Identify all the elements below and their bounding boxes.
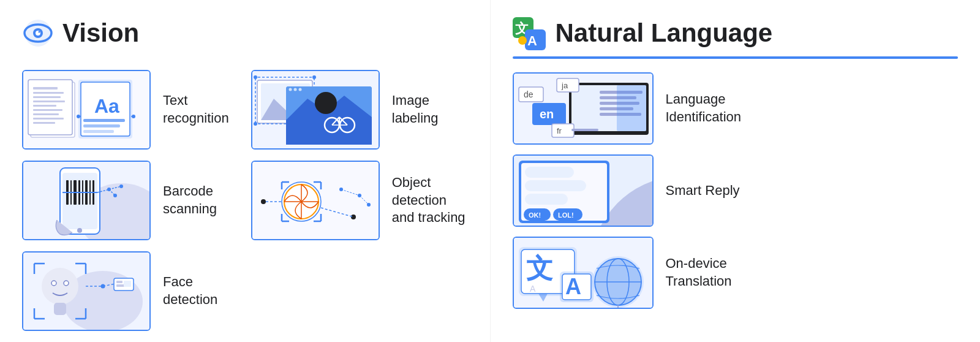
nl-features-grid: de ja en fr LanguageIdentification bbox=[513, 72, 959, 309]
svg-text:fr: fr bbox=[557, 126, 562, 135]
text-recognition-thumb: Aa bbox=[22, 70, 151, 150]
svg-rect-88 bbox=[54, 303, 66, 315]
svg-point-74 bbox=[261, 199, 266, 204]
svg-rect-20 bbox=[83, 119, 125, 122]
svg-text:文: 文 bbox=[526, 253, 553, 283]
text-recognition-label: Textrecognition bbox=[163, 92, 229, 127]
natural-language-section: 文 A Natural Language bbox=[490, 0, 981, 342]
svg-point-48 bbox=[298, 88, 301, 91]
language-identification-thumb: de ja en fr bbox=[513, 72, 654, 145]
on-device-translation-thumb: 文 A A bbox=[513, 237, 654, 309]
svg-point-87 bbox=[64, 281, 69, 286]
nl-title: Natural Language bbox=[556, 18, 773, 48]
svg-rect-96 bbox=[124, 281, 131, 287]
nl-divider bbox=[513, 56, 959, 59]
svg-rect-110 bbox=[617, 85, 646, 131]
feature-object-detection: Objectdetectionand tracking bbox=[251, 161, 468, 240]
image-labeling-thumb bbox=[251, 70, 380, 150]
svg-rect-15 bbox=[33, 118, 64, 120]
feature-face-detection: Facedetection bbox=[22, 251, 239, 331]
language-identification-label: LanguageIdentification bbox=[666, 91, 742, 126]
feature-language-identification: de ja en fr LanguageIdentification bbox=[513, 72, 959, 145]
barcode-scanning-thumb bbox=[22, 161, 151, 240]
svg-point-4 bbox=[39, 31, 40, 33]
svg-rect-11 bbox=[33, 101, 65, 102]
svg-text:Aa: Aa bbox=[94, 95, 119, 117]
vision-features-grid: Aa Textrecognition bbox=[22, 70, 468, 331]
feature-barcode-scanning: Barcodescanning bbox=[22, 161, 239, 240]
vision-title: Vision bbox=[62, 18, 139, 48]
svg-rect-117 bbox=[552, 124, 574, 137]
nl-icon: 文 A bbox=[513, 17, 547, 49]
svg-text:ja: ja bbox=[561, 81, 568, 90]
svg-point-46 bbox=[288, 88, 292, 91]
eye-icon bbox=[22, 17, 54, 49]
object-detection-label: Objectdetectionand tracking bbox=[392, 174, 466, 227]
feature-on-device-translation: 文 A A bbox=[513, 237, 959, 309]
svg-point-101 bbox=[518, 36, 527, 45]
svg-rect-145 bbox=[609, 308, 627, 309]
svg-point-47 bbox=[293, 88, 296, 91]
svg-point-34 bbox=[254, 122, 257, 126]
svg-rect-125 bbox=[525, 194, 568, 205]
barcode-scanning-label: Barcodescanning bbox=[163, 183, 217, 218]
svg-text:OK!: OK! bbox=[529, 211, 541, 219]
feature-image-labeling: Imagelabeling bbox=[251, 70, 468, 150]
svg-rect-123 bbox=[525, 167, 574, 178]
svg-point-62 bbox=[77, 228, 82, 233]
vision-section: Vision bbox=[0, 0, 490, 342]
smart-reply-thumb: OK! LOL! bbox=[513, 154, 654, 227]
svg-point-32 bbox=[254, 75, 257, 79]
svg-rect-124 bbox=[525, 180, 586, 191]
svg-point-85 bbox=[42, 268, 78, 305]
svg-point-86 bbox=[51, 281, 56, 286]
feature-text-recognition: Aa Textrecognition bbox=[22, 70, 239, 150]
svg-rect-9 bbox=[33, 92, 64, 94]
svg-text:LOL!: LOL! bbox=[558, 211, 574, 219]
svg-rect-119 bbox=[571, 129, 598, 131]
svg-rect-8 bbox=[33, 87, 58, 89]
svg-rect-21 bbox=[83, 124, 120, 127]
face-detection-label: Facedetection bbox=[163, 273, 217, 308]
nl-header: 文 A Natural Language bbox=[513, 17, 959, 49]
svg-rect-13 bbox=[33, 109, 62, 111]
svg-text:de: de bbox=[524, 89, 533, 99]
object-detection-thumb bbox=[251, 161, 380, 240]
svg-rect-12 bbox=[33, 105, 56, 107]
smart-reply-label: Smart Reply bbox=[666, 182, 740, 200]
svg-text:A: A bbox=[565, 274, 581, 299]
svg-text:A: A bbox=[527, 33, 537, 48]
svg-rect-10 bbox=[33, 96, 61, 98]
image-labeling-label: Imagelabeling bbox=[392, 92, 439, 127]
svg-text:en: en bbox=[540, 107, 554, 121]
svg-rect-14 bbox=[33, 113, 59, 115]
svg-rect-94 bbox=[116, 281, 123, 283]
on-device-translation-label: On-deviceTranslation bbox=[666, 255, 732, 290]
svg-point-33 bbox=[312, 75, 316, 79]
feature-smart-reply: OK! LOL! Smart Reply bbox=[513, 154, 959, 227]
svg-rect-16 bbox=[33, 122, 55, 124]
face-detection-thumb bbox=[22, 251, 151, 331]
vision-header: Vision bbox=[22, 17, 468, 49]
svg-rect-22 bbox=[83, 130, 114, 133]
svg-text:A: A bbox=[530, 284, 536, 294]
svg-point-39 bbox=[315, 92, 337, 114]
